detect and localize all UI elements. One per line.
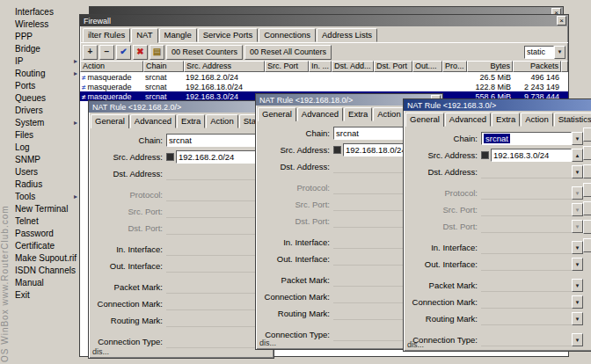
reset-counters-button[interactable]: 00 Reset Counters	[166, 45, 243, 60]
reset-all-counters-button[interactable]: 00 Reset All Counters	[244, 45, 332, 60]
tab-connections[interactable]: Connections	[259, 28, 316, 42]
dialog-side-button[interactable]	[583, 146, 591, 160]
sidebar-item-exit[interactable]: Exit	[11, 288, 79, 301]
tab-general[interactable]: General	[258, 107, 296, 121]
sidebar-item-certificate[interactable]: Certificate	[11, 239, 79, 251]
add-button[interactable]: +	[83, 45, 98, 60]
routing-mark-input[interactable]	[166, 314, 257, 327]
disable-button[interactable]: ✖	[133, 45, 148, 60]
tab-general[interactable]: General	[91, 114, 129, 128]
sidebar-item-routing[interactable]: Routing▸	[11, 67, 79, 79]
chain-dropdown[interactable]: srcnat	[481, 132, 572, 145]
column-header-action[interactable]: Action	[80, 61, 143, 72]
sidebar-item-ppp[interactable]: PPP	[11, 30, 79, 42]
comment-button[interactable]: ▤	[150, 45, 164, 60]
tab-advanced[interactable]: Advanced	[297, 107, 343, 121]
sidebar-item-ports[interactable]: Ports	[11, 79, 79, 91]
negate-checkbox[interactable]	[333, 146, 341, 154]
negate-checkbox[interactable]	[481, 151, 489, 159]
dialog-side-button[interactable]	[583, 183, 591, 197]
chevron-down-icon[interactable]: ▼	[572, 333, 583, 346]
tab-extra[interactable]: Extra	[344, 107, 372, 121]
dialog-side-button[interactable]	[583, 164, 591, 178]
dst-port-input[interactable]	[166, 222, 257, 235]
dialog-titlebar[interactable]: NAT Rule <192.168.3.0/>×	[404, 99, 591, 111]
tab-action[interactable]: Action	[206, 114, 237, 128]
in-interface-input[interactable]	[166, 243, 257, 256]
sidebar-item-snmp[interactable]: SNMP	[11, 153, 79, 165]
rule-filter-dropdown[interactable]: static ▼	[524, 46, 565, 59]
dst-address-input[interactable]	[166, 167, 257, 180]
tab-extra[interactable]: Extra	[177, 114, 205, 128]
chevron-down-icon[interactable]: ▼	[572, 203, 583, 216]
dialog-side-button[interactable]	[583, 238, 591, 252]
packet-mark-input[interactable]	[166, 280, 257, 294]
tab-general[interactable]: General	[405, 113, 444, 127]
sidebar-item-new-terminal[interactable]: New Terminal	[11, 202, 79, 215]
connection-type-input[interactable]	[166, 335, 257, 348]
tab-action[interactable]: Action	[521, 113, 552, 127]
tab-statistics[interactable]: Statistics	[554, 113, 591, 127]
protocol-input[interactable]	[166, 188, 257, 201]
sidebar-item-wireless[interactable]: Wireless	[11, 18, 79, 30]
sidebar-item-files[interactable]: Files	[11, 128, 79, 141]
tab-extra[interactable]: Extra	[492, 113, 520, 127]
routing-mark-input[interactable]	[481, 312, 572, 325]
sidebar-item-tools[interactable]: Tools▸	[11, 190, 79, 202]
src-address-input[interactable]: 192.168.2.0/24	[176, 150, 257, 164]
column-header-src-port[interactable]: Src. Port	[265, 61, 309, 72]
dialog-side-button[interactable]	[583, 127, 591, 142]
tab-advanced[interactable]: Advanced	[445, 113, 491, 127]
tab-service-ports[interactable]: Service Ports	[198, 28, 259, 42]
nat-rule-row[interactable]: ≠masqueradesrcnat192.168.18.0/24122.8 Mi…	[80, 82, 568, 91]
connection-type-input[interactable]	[481, 333, 572, 346]
chevron-down-icon[interactable]: ▼	[572, 132, 583, 145]
packet-mark-input[interactable]	[481, 279, 572, 292]
src-port-input[interactable]	[481, 203, 572, 216]
negate-checkbox[interactable]	[166, 153, 174, 161]
column-header-chain[interactable]: Chain	[143, 61, 184, 72]
chevron-down-icon[interactable]: ▼	[572, 279, 583, 292]
column-header-src-address[interactable]: Src. Address	[184, 61, 265, 72]
remove-button[interactable]: −	[99, 45, 114, 60]
enable-button[interactable]: ✔	[116, 45, 131, 60]
tab-mangle[interactable]: Mangle	[159, 28, 197, 42]
sidebar-item-telnet[interactable]: Telnet	[11, 215, 79, 227]
column-header-bytes[interactable]: Bytes	[467, 61, 513, 72]
column-header-in[interactable]: In. ...	[309, 61, 332, 72]
sidebar-item-system[interactable]: System▸	[11, 116, 79, 128]
tab-action[interactable]: Action	[373, 107, 405, 121]
sidebar-item-ip[interactable]: IP▸	[11, 55, 79, 67]
out-interface-input[interactable]	[481, 258, 572, 271]
connection-mark-input[interactable]	[166, 297, 257, 310]
chevron-down-icon[interactable]: ▼	[572, 165, 583, 178]
dialog-titlebar[interactable]: NAT Rule <192.168.2.0/>×	[89, 101, 274, 113]
dialog-side-button[interactable]	[583, 220, 591, 234]
chevron-down-icon[interactable]: ▼	[572, 186, 583, 200]
tab-address-lists[interactable]: Address Lists	[317, 28, 377, 42]
chevron-down-icon[interactable]: ▼	[572, 295, 583, 309]
connection-mark-input[interactable]	[481, 295, 572, 309]
sidebar-item-bridge[interactable]: Bridge	[11, 42, 79, 55]
chevron-down-icon[interactable]: ▼	[572, 312, 583, 325]
chevron-down-icon[interactable]: ▼	[554, 46, 565, 59]
chain-dropdown[interactable]: srcnat	[166, 134, 257, 147]
sidebar-item-queues[interactable]: Queues	[11, 91, 79, 104]
in-interface-input[interactable]	[481, 241, 572, 254]
src-port-input[interactable]	[166, 205, 257, 218]
column-header-pro[interactable]: Pro...	[442, 61, 467, 72]
sidebar-item-users[interactable]: Users	[11, 165, 79, 178]
column-header-out[interactable]: Out....	[412, 61, 442, 72]
tab-advanced[interactable]: Advanced	[130, 114, 176, 128]
chevron-down-icon[interactable]: ▼	[572, 258, 583, 271]
chevron-down-icon[interactable]: ▼	[572, 241, 583, 254]
column-header-packets[interactable]: Packets	[513, 61, 561, 72]
column-header-dst-port[interactable]: Dst. Port	[374, 61, 412, 72]
column-header-dst-add[interactable]: Dst. Add...	[332, 61, 374, 72]
sidebar-item-password[interactable]: Password	[11, 227, 79, 239]
sidebar-item-drivers[interactable]: Drivers	[11, 104, 79, 116]
sidebar-item-isdn-channels[interactable]: ISDN Channels	[11, 264, 79, 276]
collapse-up-icon[interactable]: ▲	[572, 149, 583, 162]
nat-rule-row[interactable]: ≠masqueradesrcnat192.168.2.0/2426.5 MiB4…	[80, 72, 568, 82]
sidebar-item-make-supout-rif[interactable]: Make Supout.rif	[11, 251, 79, 264]
